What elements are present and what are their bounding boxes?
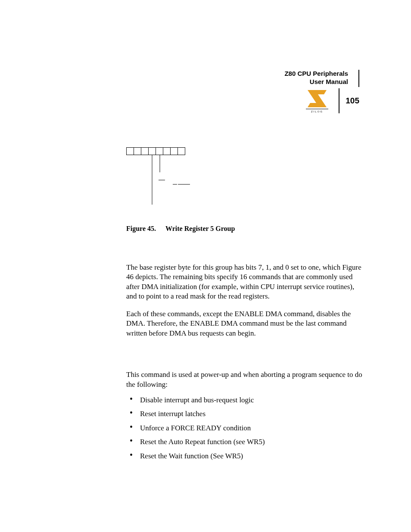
page-header: Z80 CPU Peripherals User Manual: [230, 70, 359, 87]
bit-cell: [148, 147, 156, 155]
bit-cell: [141, 147, 149, 155]
figure-caption: Figure 45.Write Register 5 Group: [126, 225, 235, 233]
page-number: 105: [341, 88, 359, 113]
page: Z80 CPU Peripherals User Manual ZILOG 10…: [0, 0, 411, 532]
list-item: Reset interrupt latches: [126, 409, 362, 419]
register-diagram: [126, 147, 195, 208]
bit-cell: [170, 147, 178, 155]
logo-text: ZILOG: [311, 110, 323, 113]
zilog-logo: ZILOG: [305, 88, 339, 113]
paragraph: The base register byte for this group ha…: [126, 263, 362, 302]
list-item: Disable interrupt and bus-request logic: [126, 395, 362, 405]
zilog-logo-icon: ZILOG: [305, 88, 329, 113]
bit-cell: [163, 147, 171, 155]
figure-number: Figure 45.: [126, 225, 156, 232]
body-text: The base register byte for this group ha…: [126, 263, 362, 465]
header-titles: Z80 CPU Peripherals User Manual: [230, 70, 359, 87]
svg-marker-0: [308, 90, 327, 107]
figure-title: Write Register 5 Group: [165, 225, 235, 232]
bit-cell: [177, 147, 185, 155]
logo-block: ZILOG 105: [305, 88, 359, 113]
paragraph: This command is used at power-up and whe…: [126, 370, 362, 389]
doc-title-line1: Z80 CPU Peripherals: [230, 70, 348, 78]
bit-cell: [134, 147, 141, 155]
doc-title-line2: User Manual: [230, 78, 348, 86]
bit-row: [126, 147, 195, 155]
paragraph: Each of these commands, except the ENABL…: [126, 309, 362, 338]
bit-cell: [156, 147, 163, 155]
list-item: Reset the Wait function (See WR5): [126, 451, 362, 461]
diagram-lines-icon: [126, 155, 195, 207]
bit-cell: [126, 147, 134, 155]
bullet-list: Disable interrupt and bus-request logic …: [126, 395, 362, 461]
list-item: Unforce a FORCE READY condition: [126, 423, 362, 433]
list-item: Reset the Auto Repeat function (see WR5): [126, 437, 362, 447]
